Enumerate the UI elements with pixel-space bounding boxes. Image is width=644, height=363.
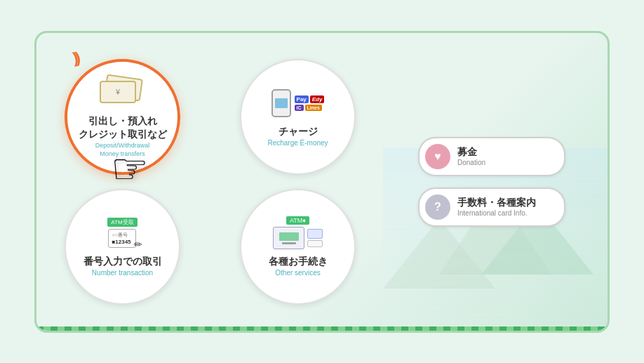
other-services-label-jp: 各種お手続き <box>269 255 328 269</box>
edy-badge: Edy <box>310 95 325 103</box>
info-label-en: International card Info. <box>457 209 536 217</box>
atm-receipt-icon: ATM受取 ○○番号 ■12345 ✏ <box>98 216 147 251</box>
withdrawal-label-jp: 引出し・預入れ クレジット取引など <box>79 114 167 142</box>
atm-machine-icon <box>273 227 304 249</box>
charge-button[interactable]: Pay Edy iC Lines チャージ Recharge <box>240 59 356 175</box>
donation-label-jp: 募金 <box>457 146 485 159</box>
number-transaction-label-en: Number transaction <box>92 268 153 277</box>
number-transaction-button[interactable]: ATM受取 ○○番号 ■12345 ✏ 番号入力での取引 Number tran… <box>65 189 180 305</box>
donation-button[interactable]: ♥ 募金 Donation <box>418 137 565 176</box>
donation-icon: ♥ <box>425 144 450 169</box>
info-button[interactable]: ? 手数料・各種案内 International card Info. <box>418 187 565 227</box>
right-panel: ♥ 募金 Donation ? 手数料・各種案内 International c… <box>418 137 579 227</box>
number-transaction-label-jp: 番号入力での取引 <box>83 255 162 269</box>
phone-icon <box>271 89 291 117</box>
main-card: )) ¥ 引出し・預入れ クレジット取引など Deposit/Withdrawa… <box>34 31 610 333</box>
withdrawal-button[interactable]: )) ¥ 引出し・預入れ クレジット取引など Deposit/Withdrawa… <box>65 59 180 175</box>
linea-badge: Lines <box>305 105 322 111</box>
donation-label-en: Donation <box>457 159 485 166</box>
content-area: )) ¥ 引出し・預入れ クレジット取引など Deposit/Withdrawa… <box>36 33 608 331</box>
charge-label-en: Recharge E-money <box>267 138 328 147</box>
wiggle-decoration: )) <box>72 48 79 67</box>
atm-receive-label: ATM受取 <box>107 218 137 227</box>
info-icon: ? <box>425 194 450 220</box>
donation-text: 募金 Donation <box>457 146 485 166</box>
main-menu-grid: )) ¥ 引出し・預入れ クレジット取引など Deposit/Withdrawa… <box>65 59 401 305</box>
pay-badge: Pay <box>295 95 309 103</box>
other-services-button[interactable]: ATM♦ 各種お手続き <box>240 189 356 305</box>
info-label-jp: 手数料・各種案内 <box>457 197 536 209</box>
info-text: 手数料・各種案内 International card Info. <box>457 197 536 217</box>
hand-cursor-icon: ☞ <box>111 144 149 193</box>
money-bill-front: ¥ <box>100 81 136 103</box>
atm-services-icon: ATM♦ <box>274 216 323 251</box>
other-services-label-en: Other services <box>275 268 320 277</box>
ic-badge: iC <box>295 105 304 111</box>
charge-icon: Pay Edy iC Lines <box>274 86 323 121</box>
charge-label-jp: チャージ <box>279 125 318 139</box>
receipt-paper: ○○番号 ■12345 ✏ <box>108 229 136 248</box>
money-icon: ¥ <box>98 75 147 110</box>
